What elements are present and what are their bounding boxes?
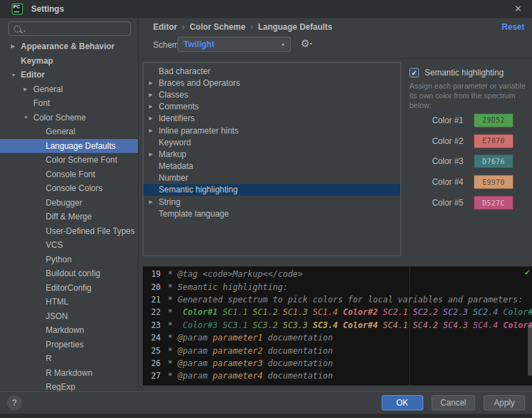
sidebar-item-python[interactable]: Python <box>0 253 138 267</box>
attr-item-keyword[interactable]: Keyword <box>143 136 400 148</box>
chevron-collapsed-icon[interactable]: ▶ <box>24 87 33 92</box>
sidebar-item-r[interactable]: R <box>0 352 138 366</box>
code-token: SC1.1 <box>223 307 248 317</box>
semantic-highlighting-checkbox[interactable]: ✓ Semantic highlighting <box>409 68 532 78</box>
breadcrumb-separator: › <box>182 22 185 32</box>
line-number: 21 <box>143 295 161 305</box>
sidebar-item-debugger[interactable]: Debugger <box>0 196 138 210</box>
sidebar-item-markdown[interactable]: Markdown <box>0 323 138 338</box>
chevron-collapsed-icon[interactable]: ▶ <box>149 92 159 98</box>
sidebar-item-font[interactable]: Font <box>0 96 138 111</box>
sidebar-item-user-defined-file-types[interactable]: User-Defined File Types <box>0 224 138 239</box>
sidebar-item-properties[interactable]: Properties <box>0 338 138 352</box>
sidebar-item-diff-merge[interactable]: Diff & Merge <box>0 210 138 224</box>
code-token <box>218 307 222 317</box>
breadcrumb-item-language-defaults[interactable]: Language Defaults <box>258 22 332 32</box>
cancel-button[interactable]: Cancel <box>432 395 475 410</box>
attr-item-string[interactable]: ▶String <box>143 196 400 208</box>
code-token: documentation <box>263 358 332 368</box>
ok-button[interactable]: OK <box>382 395 423 410</box>
attr-item-braces-and-operators[interactable]: ▶Braces and Operators <box>143 77 400 89</box>
spectrum-color-swatch[interactable]: D7676 <box>474 154 513 168</box>
attr-item-classes[interactable]: ▶Classes <box>143 89 400 100</box>
sidebar-item-color-scheme-font[interactable]: Color Scheme Font <box>0 153 138 167</box>
sidebar-item-label: User-Defined File Types <box>46 226 135 236</box>
sidebar-item-appearance-behavior[interactable]: ▶Appearance & Behavior <box>0 39 138 54</box>
code-token: SC3.4 <box>313 320 338 330</box>
chevron-expanded-icon[interactable]: ▼ <box>11 73 21 78</box>
search-field[interactable]: ▾ <box>8 21 131 36</box>
attr-item-bad-character[interactable]: Bad character <box>143 65 400 77</box>
sidebar-item-console-font[interactable]: Console Font <box>0 167 138 182</box>
attr-item-semantic-highlighting[interactable]: Semantic highlighting <box>143 184 400 196</box>
code-line-text: * Color#3 SC3.1 SC3.2 SC3.3 SC3.4 Color#… <box>168 320 532 330</box>
sidebar-item-label: Python <box>46 255 71 264</box>
sidebar-item-json[interactable]: JSON <box>0 309 138 324</box>
scheme-value: Twilight <box>184 39 214 49</box>
code-token: SC3.1 <box>223 320 248 330</box>
scheme-select[interactable]: Twilight ▼ <box>177 37 291 52</box>
window-title: Settings <box>31 4 64 14</box>
sidebar-item-keymap[interactable]: Keymap <box>0 54 138 69</box>
spectrum-color-swatch[interactable]: 29D52 <box>474 113 513 127</box>
code-line-26: 26* @param parameter3 documentation <box>143 357 532 370</box>
code-line-21: 21* Generated spectrum to pick colors fo… <box>143 293 532 306</box>
sidebar-item-language-defaults[interactable]: Language Defaults <box>0 139 138 154</box>
sidebar-item-r-markdown[interactable]: R Markdown <box>0 366 138 381</box>
sidebar-item-label: JSON <box>46 311 68 321</box>
apply-button[interactable]: Apply <box>484 395 525 410</box>
sidebar-item-regexp[interactable]: RegExp <box>0 380 138 391</box>
code-token: * @param <box>168 333 213 343</box>
sidebar-item-general[interactable]: ▶General <box>0 82 138 97</box>
attr-item-template-language[interactable]: Template language <box>143 208 400 219</box>
sidebar-item-vcs[interactable]: VCS <box>0 238 138 253</box>
breadcrumb-item-color-scheme[interactable]: Color Scheme <box>190 22 246 32</box>
sidebar-item-editorconfig[interactable]: EditorConfig <box>0 281 138 296</box>
sidebar-item-color-scheme[interactable]: ▼Color Scheme <box>0 111 138 125</box>
chevron-collapsed-icon[interactable]: ▶ <box>149 80 159 86</box>
attr-item-identifiers[interactable]: ▶Identifiers <box>143 113 400 125</box>
chevron-collapsed-icon[interactable]: ▶ <box>149 152 159 157</box>
gear-icon[interactable]: ⚙▾ <box>301 37 312 50</box>
close-icon[interactable]: ✕ <box>513 3 524 15</box>
code-token <box>308 307 312 317</box>
preview-editor[interactable]: 19* @tag <code>Markup<</code>20* Semanti… <box>143 266 532 385</box>
breadcrumb-item-editor[interactable]: Editor <box>153 22 177 32</box>
sidebar-item-buildout-config[interactable]: Buildout config <box>0 266 138 281</box>
spectrum-color-swatch[interactable]: E7070 <box>474 134 513 148</box>
attr-item-markup[interactable]: ▶Markup <box>143 148 400 160</box>
sidebar-item-console-colors[interactable]: Console Colors <box>0 181 138 196</box>
editor-scrollbar[interactable] <box>528 325 532 376</box>
help-button[interactable]: ? <box>7 395 22 410</box>
code-token: * @param <box>168 371 213 381</box>
sidebar-item-label: VCS <box>46 240 63 250</box>
sidebar-item-label: General <box>33 84 63 94</box>
chevron-collapsed-icon[interactable]: ▶ <box>149 128 159 134</box>
code-line-text: * Generated spectrum to pick colors for … <box>168 295 523 305</box>
spectrum-color-row-1: Color #129D52 <box>409 110 532 131</box>
search-input[interactable] <box>30 24 130 35</box>
attr-item-metadata[interactable]: Metadata <box>143 161 400 172</box>
code-token: SC4.4 <box>473 320 498 330</box>
chevron-collapsed-icon[interactable]: ▶ <box>149 199 159 205</box>
spectrum-color-row-2: Color #2E7070 <box>409 131 532 152</box>
code-token: * @param <box>168 346 213 356</box>
chevron-collapsed-icon[interactable]: ▶ <box>11 44 21 49</box>
spectrum-color-swatch[interactable]: D527C <box>474 196 513 210</box>
chevron-collapsed-icon[interactable]: ▶ <box>149 104 159 109</box>
window-bottom-edge <box>0 414 532 418</box>
chevron-collapsed-icon[interactable]: ▶ <box>149 116 159 121</box>
sidebar-item-editor[interactable]: ▼Editor <box>0 68 138 82</box>
reset-link[interactable]: Reset <box>502 22 524 32</box>
attr-item-comments[interactable]: ▶Comments <box>143 101 400 113</box>
spectrum-color-swatch[interactable]: E9970 <box>474 175 513 189</box>
code-line-20: 20* Semantic highlighting: <box>143 280 532 293</box>
chevron-expanded-icon[interactable]: ▼ <box>24 115 33 120</box>
sidebar-item-general[interactable]: General <box>0 125 138 139</box>
attr-item-label: Number <box>159 173 188 183</box>
attr-item-inline-parameter-hints[interactable]: ▶Inline parameter hints <box>143 125 400 136</box>
sidebar-item-html[interactable]: HTML <box>0 295 138 309</box>
attr-item-number[interactable]: Number <box>143 172 400 184</box>
code-token <box>378 307 383 317</box>
attr-item-label: Semantic highlighting <box>159 185 238 194</box>
